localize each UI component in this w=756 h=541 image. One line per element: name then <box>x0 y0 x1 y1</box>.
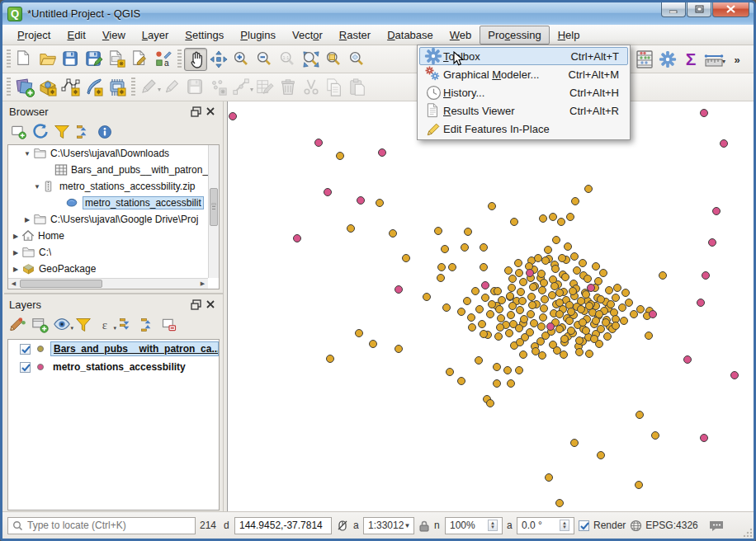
expander-closed-icon[interactable]: ▶ <box>12 249 20 256</box>
menu-settings[interactable]: Settings <box>177 26 232 45</box>
scroll-left-icon[interactable]: ◀ <box>8 279 19 289</box>
save-project-button[interactable] <box>59 48 83 71</box>
properties-info-button[interactable] <box>95 122 115 142</box>
add-feature-button[interactable] <box>207 76 230 99</box>
filter-expression-button[interactable]: ε▾ <box>95 315 115 335</box>
menu-project[interactable]: Project <box>9 26 59 45</box>
maximize-button[interactable] <box>687 2 711 17</box>
attribute-table-button[interactable] <box>633 48 656 71</box>
menu-item-toolbox[interactable]: ToolboxCtrl+Alt+T <box>419 47 628 65</box>
magnifier-spinbox[interactable]: 100% ▲▼ <box>445 517 503 534</box>
crs-status[interactable]: EPSG:4326 <box>630 520 697 532</box>
layer-visibility-checkbox[interactable] <box>20 344 31 355</box>
layers-panel-header[interactable]: Layers <box>4 294 223 314</box>
zoom-to-layer-button[interactable] <box>346 48 369 71</box>
browser-item[interactable]: metro_stations_accessbilit <box>8 195 219 211</box>
menu-processing[interactable]: Processing <box>480 26 549 45</box>
zoom-full-button[interactable] <box>300 48 323 71</box>
browser-panel-header[interactable]: Browser <box>4 101 223 121</box>
layer-item[interactable]: Bars_and_pubs__with_patron_ca... <box>8 340 219 358</box>
browser-item[interactable]: ▶Home <box>8 228 219 244</box>
pan-to-selection-button[interactable] <box>207 48 230 71</box>
browser-item[interactable]: ▼C:\Users\ujaval\Downloads <box>8 145 219 162</box>
style-manager-button[interactable]: a <box>152 48 175 71</box>
new-geopackage-layer-button[interactable] <box>36 76 59 99</box>
filter-browser-button[interactable] <box>52 122 72 142</box>
expander-open-icon[interactable]: ▼ <box>33 183 41 191</box>
new-project-button[interactable] <box>13 48 36 71</box>
menu-edit[interactable]: Edit <box>59 26 93 45</box>
data-source-manager-button[interactable] <box>13 76 36 99</box>
zoom-out-button[interactable] <box>253 48 276 71</box>
locator-input[interactable] <box>27 520 184 531</box>
expander-open-icon[interactable]: ▼ <box>23 150 31 158</box>
close-panel-icon[interactable] <box>203 297 218 312</box>
messages-bubble-icon[interactable] <box>709 520 724 532</box>
menu-view[interactable]: View <box>94 26 134 45</box>
menu-raster[interactable]: Raster <box>331 26 379 45</box>
remove-layer-button[interactable] <box>159 315 179 335</box>
close-button[interactable] <box>712 2 749 17</box>
refresh-button[interactable] <box>31 122 50 142</box>
cut-features-button[interactable] <box>300 76 323 99</box>
float-panel-icon[interactable] <box>188 104 203 119</box>
menu-help[interactable]: Help <box>550 26 588 45</box>
new-print-layout-button[interactable] <box>106 48 129 71</box>
menu-web[interactable]: Web <box>442 26 480 45</box>
expander-closed-icon[interactable]: ▶ <box>12 233 20 240</box>
modify-attributes-button[interactable] <box>253 76 276 99</box>
zoom-in-button[interactable] <box>230 48 253 71</box>
zoom-to-selection-button[interactable] <box>323 48 346 71</box>
vertex-tool-button[interactable]: ▾ <box>230 76 253 99</box>
toolbar-grip[interactable] <box>7 49 11 69</box>
measure-button[interactable]: ▾ <box>702 48 725 71</box>
map-canvas[interactable] <box>227 101 755 514</box>
browser-item[interactable]: Bars_and_pubs__with_patron_ <box>8 162 219 178</box>
menu-item-graphical-modeler[interactable]: Graphical Modeler...Ctrl+Alt+M <box>419 65 628 83</box>
layer-visibility-checkbox[interactable] <box>20 362 31 373</box>
layer-item[interactable]: metro_stations_accessbility <box>8 358 219 376</box>
new-virtual-layer-button[interactable] <box>106 76 129 99</box>
copy-features-button[interactable] <box>323 76 346 99</box>
collapse-all-button[interactable] <box>138 315 158 335</box>
statistical-summary-button[interactable]: Σ <box>679 48 702 71</box>
save-layer-edits-button[interactable] <box>184 76 207 99</box>
toggle-editing-button[interactable] <box>161 76 184 99</box>
expander-closed-icon[interactable]: ▶ <box>23 216 31 223</box>
menu-layer[interactable]: Layer <box>134 26 177 45</box>
processing-toolbox-button[interactable] <box>656 48 679 71</box>
menu-item-results-viewer[interactable]: Results ViewerCtrl+Alt+R <box>419 101 628 120</box>
coordinate-input[interactable] <box>239 520 328 531</box>
expand-all-button[interactable] <box>116 315 136 335</box>
lock-scale-icon[interactable] <box>418 520 430 532</box>
collapse-all-button[interactable] <box>73 122 93 142</box>
browser-item[interactable]: ▶C:\Users\ujaval\Google Drive\Proj <box>8 211 219 228</box>
pan-map-button[interactable] <box>184 48 207 71</box>
menu-plugins[interactable]: Plugins <box>232 26 284 45</box>
manage-visibility-button[interactable]: ▾ <box>52 315 72 335</box>
rotation-spinbox[interactable]: 0.0 ° ▲▼ <box>517 517 574 534</box>
layer-styling-button[interactable] <box>9 315 29 335</box>
save-project-as-button[interactable] <box>83 48 106 71</box>
new-spatialite-layer-button[interactable] <box>83 76 106 99</box>
delete-selected-button[interactable] <box>276 76 300 99</box>
browser-item[interactable]: ▼metro_stations_accessbility.zip <box>8 178 219 195</box>
current-edits-button[interactable]: ▾ <box>138 76 161 99</box>
filter-legend-button[interactable] <box>73 315 93 335</box>
menu-vector[interactable]: Vector <box>284 26 331 45</box>
toolbar-overflow-button[interactable]: » <box>725 48 749 71</box>
coordinate-box[interactable] <box>234 517 332 534</box>
expander-closed-icon[interactable]: ▶ <box>12 266 20 273</box>
menu-item-edit-features-in-place[interactable]: Edit Features In-Place <box>419 120 628 138</box>
minimize-button[interactable] <box>661 2 686 17</box>
browser-horizontal-scrollbar[interactable]: ◀ ▶ <box>8 278 208 289</box>
scroll-right-icon[interactable]: ▶ <box>197 279 208 289</box>
browser-item[interactable]: ▶GeoPackage <box>8 261 219 277</box>
browser-vertical-scrollbar[interactable] <box>208 145 219 278</box>
add-favorite-button[interactable] <box>9 122 29 142</box>
scale-combobox[interactable]: 1:33012 ▼ <box>363 517 414 534</box>
locator-search[interactable] <box>7 517 196 534</box>
float-panel-icon[interactable] <box>188 297 203 312</box>
paste-features-button[interactable] <box>346 76 369 99</box>
render-toggle[interactable]: Render <box>579 520 626 531</box>
